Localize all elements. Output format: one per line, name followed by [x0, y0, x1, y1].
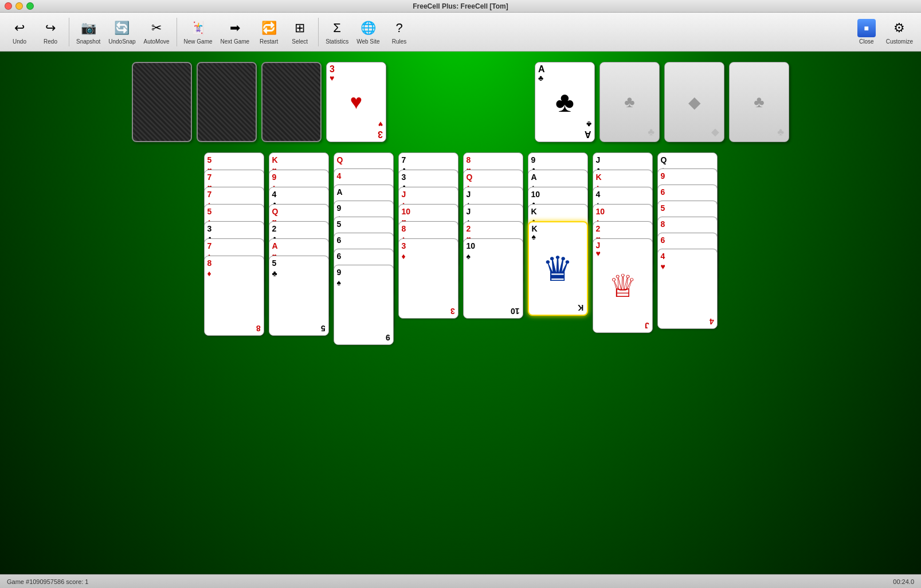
undosnap-icon: 🔄 — [113, 19, 131, 37]
card-4h-col8[interactable]: 4♥ 4 — [657, 249, 718, 329]
restart-icon: 🔁 — [260, 19, 278, 37]
restart-button[interactable]: 🔁 Restart — [254, 15, 284, 49]
freecell-1[interactable] — [132, 62, 192, 142]
separator-2 — [177, 18, 177, 46]
minimize-window-button[interactable] — [15, 2, 23, 10]
website-button[interactable]: 🌐 Web Site — [353, 15, 383, 49]
foundations: A ♣ ♣ A ♣ ♣ ♣ ◆ ◆ ♣ ♣ — [535, 62, 789, 142]
card-jh-col7[interactable]: J♥ ♕ J — [593, 238, 653, 333]
freecells: 3 ♥ ♥ 3 ♥ — [132, 62, 386, 142]
foundation-4[interactable]: ♣ ♣ — [729, 62, 789, 142]
rules-icon: ? — [390, 19, 409, 37]
freecell-3[interactable] — [261, 62, 322, 142]
rules-button[interactable]: ? Rules — [385, 15, 414, 49]
column-4[interactable]: 7♣ 3♣ J♦ 10♥ 8♦ 3♦3 — [398, 152, 458, 324]
card-9s-col3[interactable]: 9♠9 — [334, 265, 394, 345]
card-3d-col4[interactable]: 3♦3 — [398, 238, 458, 319]
statusbar: Game #1090957586 score: 1 00:24.0 — [0, 574, 921, 588]
customize-icon: ⚙ — [890, 19, 908, 37]
close-icon: ■ — [857, 19, 876, 37]
column-7[interactable]: J♣ K♦ 4♠ 10♦ 2♥ J♥ ♕ J — [593, 152, 653, 324]
maximize-window-button[interactable] — [26, 2, 34, 10]
window-title: FreeCell Plus: FreeCell [Tom] — [413, 2, 508, 10]
column-8[interactable]: Q♣ 9♥ 6♥ 5♦ 8♥ 6♦ 4♥ 4 — [657, 152, 718, 359]
nextgame-icon: ➡ — [226, 19, 244, 37]
statistics-button[interactable]: Σ Statistics — [322, 15, 352, 49]
game-time: 00:24.0 — [893, 578, 914, 585]
select-button[interactable]: ⊞ Select — [285, 15, 315, 49]
traffic-lights — [5, 2, 34, 10]
customize-button[interactable]: ⚙ Customize — [883, 15, 916, 49]
game-area: 3 ♥ ♥ 3 ♥ A ♣ ♣ A ♣ ♣ ♣ ◆ — [0, 52, 921, 574]
column-3[interactable]: Q♦ 4♦ A♠ 9♣ 5♠ 6♠ 6♠ 9♠9 — [334, 152, 394, 353]
column-6[interactable]: 9♣ A♠ 10♣ K♣ K♠ ♛ K — [528, 152, 588, 324]
undo-button[interactable]: ↩ Undo — [5, 15, 34, 49]
website-icon: 🌐 — [359, 19, 377, 37]
foundation-3[interactable]: ◆ ◆ — [664, 62, 724, 142]
card-8d-col1[interactable]: 8♦ 8 — [204, 256, 264, 336]
card-ks-col6[interactable]: K♠ ♛ K — [528, 221, 588, 316]
select-icon: ⊞ — [291, 19, 309, 37]
game-info: Game #1090957586 score: 1 — [7, 578, 89, 585]
freecell-4-card[interactable]: 3 ♥ ♥ 3 ♥ — [326, 62, 386, 142]
redo-icon: ↪ — [41, 19, 60, 37]
newgame-button[interactable]: 🃏 New Game — [181, 15, 216, 49]
snapshot-button[interactable]: 📷 Snapshot — [73, 15, 104, 49]
title-bar: FreeCell Plus: FreeCell [Tom] — [0, 0, 921, 13]
foundation-1[interactable]: A ♣ ♣ A ♣ — [535, 62, 595, 142]
toolbar: ↩ Undo ↪ Redo 📷 Snapshot 🔄 UndoSnap ✂ Au… — [0, 13, 921, 52]
statistics-icon: Σ — [328, 19, 346, 37]
automove-icon: ✂ — [147, 19, 166, 37]
separator-1 — [69, 18, 69, 46]
redo-button[interactable]: ↪ Redo — [36, 15, 65, 49]
column-1[interactable]: 5♥5 7♥ 7♦ 5♦ 3♣ 7♦ 8♦ 8 — [204, 152, 264, 336]
undosnap-button[interactable]: 🔄 UndoSnap — [105, 15, 139, 49]
column-2[interactable]: K♥ 9♦ 4♣ Q♥ 2♣ A♥ 5♣5 — [269, 152, 329, 336]
newgame-icon: 🃏 — [189, 19, 207, 37]
nextgame-button[interactable]: ➡ Next Game — [217, 15, 253, 49]
foundation-2[interactable]: ♣ ♣ — [599, 62, 660, 142]
close-window-button[interactable] — [5, 2, 12, 10]
freecell-2[interactable] — [197, 62, 257, 142]
close-button[interactable]: ■ Close — [852, 15, 881, 49]
snapshot-icon: 📷 — [79, 19, 97, 37]
column-5[interactable]: 8♥ Q♦ J♠ J♠ 2♥ 10♠10 — [463, 152, 523, 324]
undo-icon: ↩ — [10, 19, 29, 37]
automove-button[interactable]: ✂ AutoMove — [140, 15, 173, 49]
separator-3 — [318, 18, 319, 46]
card-5c-col2[interactable]: 5♣5 — [269, 256, 329, 336]
card-10s-col5[interactable]: 10♠10 — [463, 238, 523, 319]
